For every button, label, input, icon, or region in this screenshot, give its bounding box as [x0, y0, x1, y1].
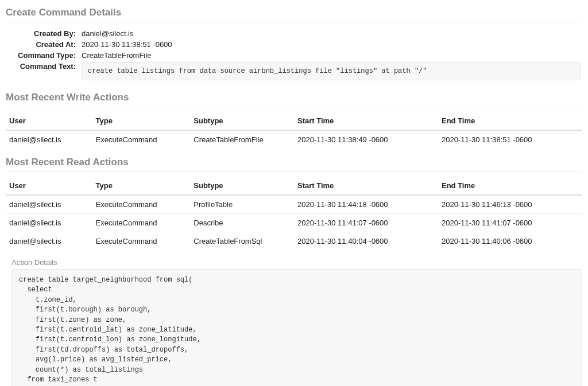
table-row[interactable]: daniel@silect.is ExecuteCommand Describe…: [6, 214, 582, 232]
read-actions-heading: Most Recent Read Actions: [6, 157, 582, 172]
command-type-value: CreateTableFromFile: [80, 50, 581, 61]
created-by-label: Created By:: [6, 28, 80, 39]
cell-subtype: CreateTableFromFile: [190, 130, 294, 149]
command-text-code: create table listings from data source a…: [82, 62, 581, 80]
cell-type: ExecuteCommand: [92, 130, 191, 149]
cell-end: 2020-11-30 11:40:06 -0600: [438, 232, 582, 251]
cell-start: 2020-11-30 11:40:04 -0600: [294, 232, 438, 251]
write-actions-heading: Most Recent Write Actions: [6, 92, 582, 107]
table-row[interactable]: daniel@silect.is ExecuteCommand CreateTa…: [6, 232, 582, 251]
create-command-details-heading: Create Command Details: [6, 7, 582, 22]
read-header-subtype: Subtype: [190, 177, 294, 195]
action-details-label: Action Details: [11, 258, 582, 267]
cell-subtype: ProfileTable: [190, 195, 294, 214]
cell-type: ExecuteCommand: [92, 214, 191, 232]
created-by-value: daniel@silect.is: [80, 28, 581, 39]
write-header-user: User: [6, 112, 92, 130]
cell-type: ExecuteCommand: [92, 195, 191, 214]
action-details-section: Action Details create table target_neigh…: [11, 258, 582, 386]
cell-start: 2020-11-30 11:41:07 -0600: [294, 214, 438, 232]
cell-start: 2020-11-30 11:38:49 -0600: [294, 130, 438, 149]
cell-user: daniel@silect.is: [6, 232, 92, 251]
cell-user: daniel@silect.is: [6, 195, 92, 214]
table-row[interactable]: daniel@silect.is ExecuteCommand ProfileT…: [6, 195, 582, 214]
read-actions-table: User Type Subtype Start Time End Time da…: [6, 177, 582, 250]
cell-type: ExecuteCommand: [92, 232, 191, 251]
cell-subtype: CreateTableFromSql: [190, 232, 294, 251]
action-details-sql: create table target_neighborhood from sq…: [11, 269, 582, 386]
write-header-type: Type: [92, 112, 191, 130]
created-at-label: Created At:: [6, 39, 80, 50]
cell-user: daniel@silect.is: [6, 214, 92, 232]
cell-end: 2020-11-30 11:38:51 -0600: [438, 130, 582, 149]
cell-user: daniel@silect.is: [6, 130, 92, 149]
command-type-label: Command Type:: [6, 50, 80, 61]
read-header-start: Start Time: [294, 177, 438, 195]
read-header-user: User: [6, 177, 92, 195]
write-actions-table: User Type Subtype Start Time End Time da…: [6, 112, 582, 149]
table-row[interactable]: daniel@silect.is ExecuteCommand CreateTa…: [6, 130, 582, 149]
created-at-value: 2020-11-30 11:38:51 -0600: [80, 39, 581, 50]
read-header-type: Type: [92, 177, 191, 195]
write-header-start: Start Time: [294, 112, 438, 130]
command-details-block: Created By: daniel@silect.is Created At:…: [6, 28, 581, 81]
read-header-end: End Time: [438, 177, 582, 195]
cell-end: 2020-11-30 11:41:07 -0600: [438, 214, 582, 232]
cell-end: 2020-11-30 11:46:13 -0600: [438, 195, 582, 214]
write-header-end: End Time: [438, 112, 582, 130]
write-header-subtype: Subtype: [190, 112, 294, 130]
command-text-label: Command Text:: [6, 61, 80, 81]
cell-subtype: Describe: [190, 214, 294, 232]
cell-start: 2020-11-30 11:44:18 -0600: [294, 195, 438, 214]
